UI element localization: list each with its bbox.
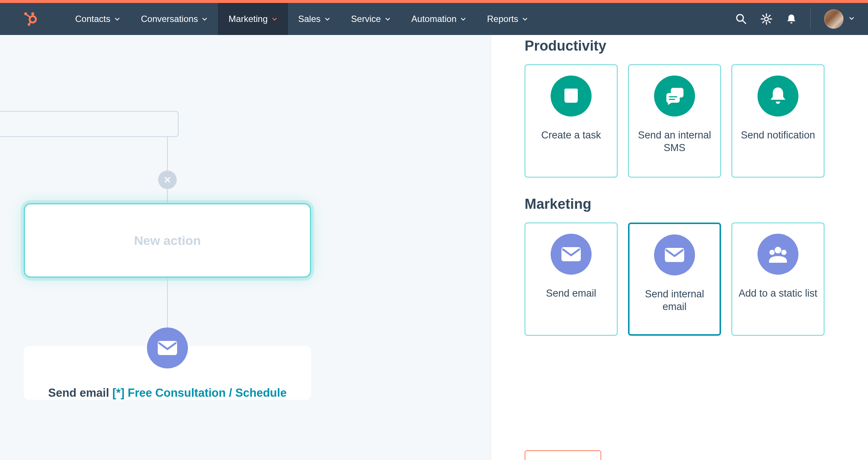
action-card-label: Send notification (741, 129, 815, 142)
mail-icon (654, 234, 695, 275)
chevron-down-icon (849, 15, 855, 23)
workflow-canvas[interactable]: New action Send email [*] Free Consultat… (0, 35, 491, 460)
svg-line-8 (743, 20, 746, 23)
bell-icon (758, 76, 798, 116)
action-card-add-to-static-list[interactable]: Add to a static list (731, 223, 824, 336)
action-card-send-internal-sms[interactable]: Send an internal SMS (628, 64, 721, 178)
svg-line-15 (769, 22, 771, 23)
svg-point-28 (781, 250, 787, 255)
chevron-down-icon (460, 16, 466, 22)
action-card-create-task[interactable]: Create a task (525, 64, 618, 178)
svg-point-26 (775, 247, 781, 253)
nav-label: Conversations (141, 14, 198, 24)
workflow-connector (167, 137, 168, 202)
nav-right (735, 9, 855, 29)
bell-icon[interactable] (786, 13, 797, 25)
mail-icon (147, 328, 188, 368)
people-icon (758, 234, 798, 275)
chevron-down-icon (385, 16, 391, 22)
workspace: New action Send email [*] Free Consultat… (0, 35, 868, 460)
chevron-down-icon (272, 16, 278, 22)
nav-reports[interactable]: Reports (477, 3, 538, 35)
avatar (824, 9, 843, 29)
account-menu[interactable] (824, 9, 855, 29)
nav-sales[interactable]: Sales (288, 3, 341, 35)
sms-icon (654, 76, 695, 116)
nav-marketing[interactable]: Marketing (218, 3, 288, 35)
nav-label: Sales (298, 14, 321, 24)
action-card-send-internal-email[interactable]: Send internal email (628, 223, 721, 336)
mail-icon (551, 234, 592, 275)
nav-label: Marketing (228, 14, 268, 24)
workflow-next-node[interactable]: Send email [*] Free Consultation / Sched… (24, 346, 311, 400)
action-card-label: Create a task (541, 129, 601, 142)
new-action-card[interactable]: New action (24, 203, 311, 278)
action-picker-panel: Productivity Create a task Send an inter… (491, 35, 868, 460)
chevron-down-icon (114, 16, 120, 22)
panel-footer-button[interactable] (525, 450, 601, 460)
nav-items: Contacts Conversations Marketing Sales S… (65, 3, 538, 35)
gear-icon[interactable] (760, 13, 772, 25)
nav-label: Reports (487, 14, 518, 24)
nav-label: Service (351, 14, 381, 24)
svg-line-14 (763, 15, 764, 17)
svg-point-27 (769, 250, 775, 255)
action-card-label: Send internal email (635, 288, 714, 313)
node-title-link: [*] Free Consultation / Schedule (109, 386, 286, 399)
action-card-label: Send email (546, 287, 596, 300)
svg-line-6 (29, 22, 31, 24)
productivity-card-grid: Create a task Send an internal SMS Send … (525, 64, 835, 178)
section-heading-productivity: Productivity (525, 38, 835, 54)
nav-label: Automation (411, 14, 457, 24)
nav-service[interactable]: Service (341, 3, 401, 35)
svg-line-16 (763, 22, 764, 23)
action-card-send-email[interactable]: Send email (525, 223, 618, 336)
chevron-down-icon (324, 16, 330, 22)
workflow-previous-node[interactable] (0, 111, 179, 137)
section-heading-marketing: Marketing (525, 196, 835, 212)
action-card-label: Send an internal SMS (635, 129, 714, 154)
task-icon (551, 76, 592, 116)
nav-conversations[interactable]: Conversations (131, 3, 218, 35)
svg-point-9 (765, 17, 768, 21)
chevron-down-icon (202, 16, 208, 22)
action-card-label: Add to a static list (739, 287, 817, 300)
chevron-down-icon (522, 16, 528, 22)
nav-automation[interactable]: Automation (401, 3, 477, 35)
workflow-node-title: Send email [*] Free Consultation / Sched… (48, 386, 287, 400)
top-nav: Contacts Conversations Marketing Sales S… (0, 3, 868, 35)
hubspot-logo-icon[interactable] (22, 11, 39, 27)
search-icon[interactable] (735, 13, 747, 25)
new-action-label: New action (134, 233, 201, 248)
action-card-send-notification[interactable]: Send notification (731, 64, 824, 178)
nav-divider (810, 9, 811, 29)
remove-node-button[interactable] (158, 170, 177, 189)
accent-bar (0, 0, 868, 3)
svg-rect-20 (564, 89, 578, 92)
nav-contacts[interactable]: Contacts (65, 3, 131, 35)
svg-line-17 (769, 15, 771, 17)
nav-label: Contacts (75, 14, 110, 24)
node-title-prefix: Send email (48, 386, 109, 399)
marketing-card-grid: Send email Send internal email Add to a … (525, 223, 835, 336)
svg-line-2 (26, 15, 31, 17)
